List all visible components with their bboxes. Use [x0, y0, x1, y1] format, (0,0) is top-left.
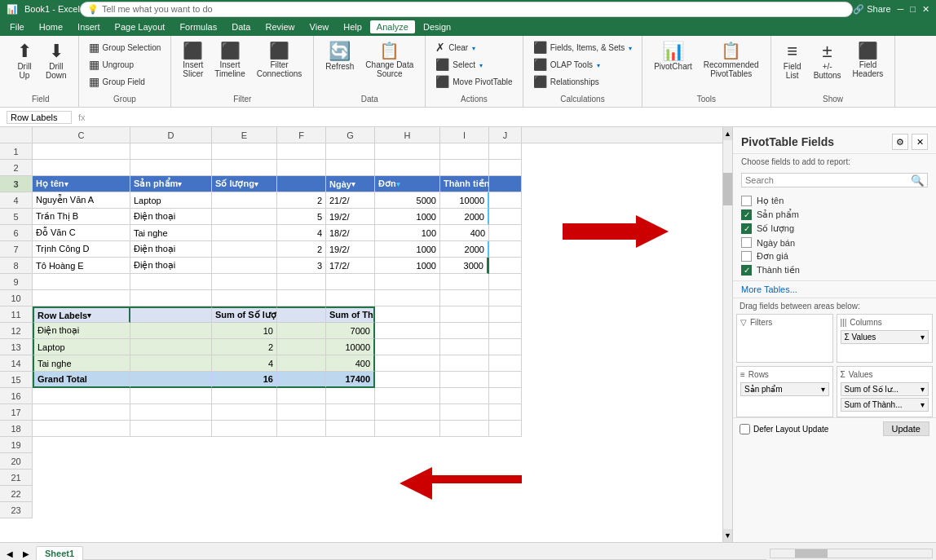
- cell-j9[interactable]: [489, 274, 522, 290]
- cell-c1[interactable]: [33, 143, 130, 160]
- fields-items-sets-button[interactable]: ⬛ Fields, Items, & Sets ▾: [530, 39, 635, 55]
- cell-h15[interactable]: [375, 372, 440, 388]
- pivot-cell-d13[interactable]: [130, 339, 212, 355]
- group-field-button[interactable]: ▦ Group Field: [86, 73, 148, 90]
- h-scroll-thumb[interactable]: [795, 549, 828, 558]
- pivot-cell-tai-nghe[interactable]: Tai nghe: [33, 355, 130, 372]
- cell-d2[interactable]: [130, 160, 212, 176]
- col-header-e[interactable]: E: [212, 127, 277, 143]
- fields-search-input[interactable]: [742, 174, 907, 187]
- tell-me-bar[interactable]: 💡 Tell me what you want to do: [80, 2, 853, 17]
- cell-j-4[interactable]: [489, 192, 522, 209]
- cell-ho-ten-5[interactable]: Trần Thị B: [33, 209, 130, 225]
- scroll-up-button[interactable]: ▲: [723, 127, 732, 140]
- values-sum-so-luong-item[interactable]: Sum of Số lư... ▾: [841, 382, 929, 396]
- pivot-cell-sum-thanh-tien[interactable]: 17400: [326, 372, 375, 388]
- scroll-down-button[interactable]: ▼: [723, 529, 732, 542]
- cell-ngay-5[interactable]: 19/2/: [326, 209, 375, 225]
- pivot-cell-so-luong-laptop[interactable]: 2: [212, 339, 277, 355]
- cell-don-4[interactable]: 5000: [375, 192, 440, 209]
- drag-area-filters[interactable]: ▽ Filters: [736, 314, 833, 363]
- cell-i15[interactable]: [440, 372, 489, 388]
- menu-insert[interactable]: Insert: [71, 20, 107, 33]
- field-don-gia-checkbox[interactable]: [741, 251, 752, 262]
- cell-g9[interactable]: [326, 274, 375, 290]
- cell-san-pham-5[interactable]: Điện thoại: [130, 209, 212, 225]
- cell-thanh-tien-7[interactable]: 2000: [440, 241, 489, 258]
- cell-d9[interactable]: [130, 274, 212, 290]
- pivot-cell-f15[interactable]: [277, 372, 326, 388]
- spreadsheet-area[interactable]: C D E F G H I J 1 2 3 4 5 6 7 8 9 10 11: [0, 127, 722, 542]
- header-ho-ten[interactable]: Họ tên ▾: [33, 176, 130, 192]
- update-button[interactable]: Update: [883, 421, 929, 436]
- ungroup-button[interactable]: ▦ Ungroup: [86, 56, 137, 73]
- maximize-button[interactable]: □: [910, 4, 916, 15]
- cell-e9[interactable]: [212, 274, 277, 290]
- cell-san-pham-4[interactable]: Laptop: [130, 192, 212, 209]
- pivot-cell-laptop[interactable]: Laptop: [33, 339, 130, 355]
- move-pivot-button[interactable]: ⬛ Move PivotTable: [432, 73, 515, 90]
- menu-data[interactable]: Data: [225, 20, 257, 33]
- cell-f1[interactable]: [277, 143, 326, 160]
- cell-ho-ten-8[interactable]: Tô Hoàng E: [33, 258, 130, 274]
- insert-slicer-button[interactable]: ⬛ InsertSlicer: [178, 39, 208, 82]
- cell-i11[interactable]: [440, 306, 489, 323]
- pivot-cell-f13[interactable]: [277, 339, 326, 355]
- select-button[interactable]: ⬛ Select ▾: [432, 56, 486, 73]
- cell-thanh-tien-5[interactable]: 2000: [440, 209, 489, 225]
- drag-area-values[interactable]: Σ Values Sum of Số lư... ▾ Sum of Thành.…: [837, 366, 934, 417]
- drag-area-columns[interactable]: ||| Columns Σ Values ▾: [837, 314, 934, 363]
- pivot-cell-so-luong-dien-thoai[interactable]: 10: [212, 323, 277, 339]
- cell-c10[interactable]: [33, 290, 130, 306]
- defer-checkbox-input[interactable]: [740, 424, 750, 434]
- cell-i12[interactable]: [440, 323, 489, 339]
- cell-j15[interactable]: [489, 372, 522, 388]
- field-ngay-ban[interactable]: Ngày bán: [741, 236, 928, 249]
- cell-so-luong-8[interactable]: [212, 258, 277, 274]
- columns-values-dropdown[interactable]: ▾: [921, 333, 925, 342]
- cell-g1[interactable]: [326, 143, 375, 160]
- cell-thanh-tien-4[interactable]: 10000: [440, 192, 489, 209]
- cell-f-5[interactable]: 5: [277, 209, 326, 225]
- cell-i1[interactable]: [440, 143, 489, 160]
- menu-help[interactable]: Help: [337, 20, 369, 33]
- panel-settings-button[interactable]: ⚙: [892, 134, 908, 150]
- change-data-source-button[interactable]: 📋 Change DataSource: [360, 39, 418, 82]
- panel-close-button[interactable]: ✕: [912, 134, 928, 150]
- cell-j11[interactable]: [489, 306, 522, 323]
- minimize-button[interactable]: ─: [898, 4, 904, 15]
- cell-j2[interactable]: [489, 160, 522, 176]
- cell-i9[interactable]: [440, 274, 489, 290]
- cell-i10[interactable]: [440, 290, 489, 306]
- field-san-pham-checkbox[interactable]: ✓: [741, 209, 752, 220]
- refresh-button[interactable]: 🔄 Refresh: [320, 39, 359, 74]
- vertical-scrollbar[interactable]: ▲ ▼: [722, 127, 732, 542]
- pivot-header-f[interactable]: [277, 306, 326, 323]
- insert-timeline-button[interactable]: ⬛ InsertTimeline: [210, 39, 249, 82]
- pivot-cell-dien-thoai[interactable]: Điện thoại: [33, 323, 130, 339]
- menu-view[interactable]: View: [303, 20, 336, 33]
- cell-san-pham-7[interactable]: Điện thoại: [130, 241, 212, 258]
- drill-down-button[interactable]: ⬇ DrillDown: [41, 39, 72, 83]
- header-san-pham[interactable]: Sản phẩm ▾: [130, 176, 212, 192]
- cell-j-8[interactable]: [489, 258, 522, 274]
- field-headers-button[interactable]: ⬛ FieldHeaders: [848, 39, 889, 82]
- cell-j-7[interactable]: [489, 241, 522, 258]
- pivot-cell-d15[interactable]: [130, 372, 212, 388]
- menu-home[interactable]: Home: [33, 20, 69, 33]
- field-don-gia[interactable]: Đơn giá: [741, 249, 928, 263]
- field-thanh-tien[interactable]: ✓ Thành tiền: [741, 263, 928, 277]
- header-ngay[interactable]: Ngày ▾: [326, 176, 375, 192]
- pivot-header-sum-so-luong[interactable]: Sum of Số lượng: [212, 306, 277, 323]
- cell-d10[interactable]: [130, 290, 212, 306]
- menu-analyze[interactable]: Analyze: [370, 20, 415, 33]
- cell-don-7[interactable]: 1000: [375, 241, 440, 258]
- cell-f2[interactable]: [277, 160, 326, 176]
- plus-minus-buttons-button[interactable]: ± +/-Buttons: [809, 39, 846, 83]
- pivot-cell-thanh-tien-dien-thoai[interactable]: 7000: [326, 323, 375, 339]
- cell-d1[interactable]: [130, 143, 212, 160]
- clear-button[interactable]: ✗ Clear ▾: [432, 39, 479, 55]
- cell-i13[interactable]: [440, 339, 489, 355]
- cell-j14[interactable]: [489, 355, 522, 372]
- cell-ngay-8[interactable]: 17/2/: [326, 258, 375, 274]
